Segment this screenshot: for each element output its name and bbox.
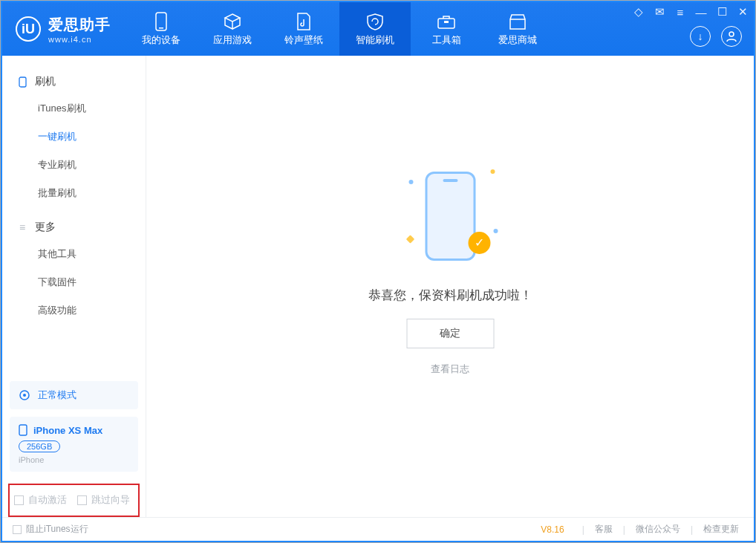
- svg-rect-5: [19, 77, 26, 87]
- list-icon: ≡: [17, 222, 27, 233]
- sidebar-item-advanced[interactable]: 高级功能: [2, 296, 146, 325]
- tab-toolbox[interactable]: 工具箱: [411, 2, 482, 56]
- tab-smart-flash[interactable]: 智能刷机: [339, 2, 411, 56]
- svg-point-4: [729, 32, 734, 36]
- device-icon: [19, 424, 27, 436]
- svg-rect-1: [159, 27, 163, 29]
- app-domain: www.i4.cn: [48, 35, 111, 44]
- footer-service[interactable]: 客服: [590, 523, 617, 536]
- phone-icon: [151, 12, 171, 31]
- tab-shop[interactable]: 爱思商城: [482, 2, 553, 56]
- main-panel: ✓ 恭喜您，保资料刷机成功啦！ 确定 查看日志: [146, 56, 754, 517]
- checkbox-auto-activate[interactable]: 自动激活: [14, 494, 67, 507]
- view-log-link[interactable]: 查看日志: [431, 363, 469, 376]
- section-flash: 刷机: [2, 69, 146, 94]
- sidebar-item-itunes-flash[interactable]: iTunes刷机: [2, 94, 146, 123]
- minimize-button[interactable]: ―: [694, 6, 708, 19]
- music-file-icon: [294, 12, 313, 31]
- mode-icon: [19, 389, 30, 401]
- sidebar-item-other-tools[interactable]: 其他工具: [2, 240, 146, 268]
- mode-card[interactable]: 正常模式: [10, 381, 138, 409]
- toolbox-icon: [437, 12, 456, 31]
- download-button[interactable]: ↓: [690, 26, 711, 47]
- section-more: ≡ 更多: [2, 215, 146, 240]
- device-card[interactable]: iPhone XS Max 256GB iPhone: [10, 417, 138, 472]
- sidebar: 刷机 iTunes刷机 一键刷机 专业刷机 批量刷机 ≡ 更多 其他工具 下载固…: [2, 56, 146, 517]
- titlebar: iU 爱思助手 www.i4.cn 我的设备 应用游戏 铃声壁纸 智能刷机: [2, 2, 754, 56]
- refresh-shield-icon: [365, 12, 385, 31]
- app-name: 爱思助手: [48, 15, 111, 35]
- device-capacity: 256GB: [19, 440, 60, 452]
- svg-point-7: [23, 394, 26, 397]
- window-controls: ◇ ✉ ≡ ― ☐ ✕: [632, 5, 749, 19]
- svg-rect-8: [19, 425, 27, 435]
- tab-my-device[interactable]: 我的设备: [126, 2, 197, 56]
- ok-button[interactable]: 确定: [406, 319, 494, 348]
- version-label: V8.16: [541, 524, 564, 535]
- device-name: iPhone XS Max: [33, 425, 102, 436]
- menu-icon[interactable]: ≡: [674, 6, 687, 19]
- highlight-box: 自动激活 跳过向导: [8, 484, 140, 517]
- logo-icon: iU: [16, 16, 41, 42]
- success-illustration: ✓: [405, 160, 495, 272]
- sidebar-item-batch-flash[interactable]: 批量刷机: [2, 179, 146, 207]
- feedback-icon[interactable]: ✉: [653, 5, 666, 19]
- maximize-button[interactable]: ☐: [715, 5, 729, 19]
- tab-ringtones[interactable]: 铃声壁纸: [268, 2, 339, 56]
- account-button[interactable]: [721, 26, 742, 47]
- shop-icon: [508, 12, 527, 31]
- device-type: iPhone: [19, 455, 129, 464]
- top-tabs: 我的设备 应用游戏 铃声壁纸 智能刷机 工具箱 爱思商城: [126, 2, 553, 56]
- close-button[interactable]: ✕: [736, 5, 749, 19]
- svg-rect-3: [444, 21, 449, 23]
- svg-rect-2: [438, 19, 454, 28]
- checkbox-skip-wizard[interactable]: 跳过向导: [77, 494, 130, 507]
- footer: 阻止iTunes运行 V8.16 | 客服 | 微信公众号 | 检查更新: [2, 517, 754, 541]
- checkbox-block-itunes[interactable]: 阻止iTunes运行: [13, 523, 88, 536]
- app-logo: iU 爱思助手 www.i4.cn: [2, 2, 121, 56]
- sidebar-item-pro-flash[interactable]: 专业刷机: [2, 151, 146, 179]
- success-message: 恭喜您，保资料刷机成功啦！: [368, 287, 532, 304]
- tab-apps-games[interactable]: 应用游戏: [197, 2, 268, 56]
- phone-small-icon: [17, 77, 27, 87]
- check-badge-icon: ✓: [468, 232, 490, 254]
- footer-update[interactable]: 检查更新: [699, 523, 743, 536]
- sidebar-item-onekey-flash[interactable]: 一键刷机: [2, 123, 146, 151]
- sidebar-item-download-fw[interactable]: 下载固件: [2, 268, 146, 296]
- cube-icon: [223, 12, 242, 31]
- footer-wechat[interactable]: 微信公众号: [631, 523, 685, 536]
- skin-icon[interactable]: ◇: [632, 5, 645, 19]
